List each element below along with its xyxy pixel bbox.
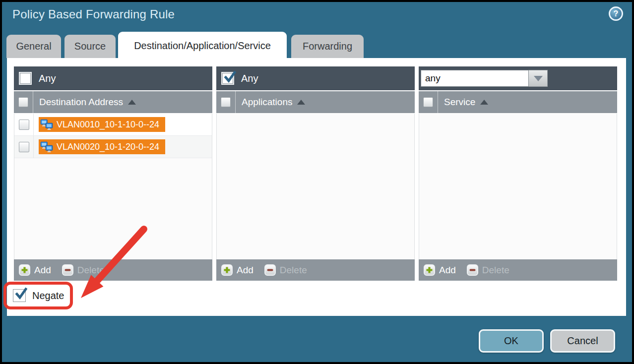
delete-label: Delete bbox=[482, 265, 509, 276]
row-checkbox[interactable] bbox=[19, 142, 29, 152]
service-list bbox=[419, 114, 617, 259]
applications-any-bar: Any bbox=[216, 66, 415, 90]
ok-button[interactable]: OK bbox=[479, 329, 544, 353]
tab-forwarding[interactable]: Forwarding bbox=[291, 35, 364, 58]
service-column-header[interactable]: Service bbox=[419, 91, 617, 113]
sort-asc-icon bbox=[297, 100, 305, 105]
cancel-label: Cancel bbox=[567, 335, 598, 347]
service-column: any Service Add bbox=[419, 66, 617, 281]
service-dropdown-button[interactable] bbox=[529, 70, 548, 87]
chevron-down-icon bbox=[534, 76, 543, 81]
tab-general[interactable]: General bbox=[6, 35, 61, 58]
select-all-cell bbox=[419, 91, 438, 113]
service-footer-bar: Add Delete bbox=[419, 259, 617, 281]
address-chip[interactable]: VLAN0010_10-1-10-0--24 bbox=[39, 117, 165, 132]
negate-checkbox[interactable] bbox=[13, 289, 26, 302]
add-button[interactable]: Add bbox=[19, 264, 51, 276]
applications-any-checkbox[interactable] bbox=[221, 72, 234, 85]
delete-label: Delete bbox=[77, 265, 105, 276]
tab-destination-application-service[interactable]: Destination/Application/Service bbox=[118, 32, 287, 60]
destination-list: VLAN0010_10-1-10-0--24 bbox=[14, 114, 212, 259]
row-checkbox[interactable] bbox=[19, 120, 29, 130]
delete-button[interactable]: Delete bbox=[467, 264, 509, 276]
plus-icon bbox=[424, 264, 435, 276]
minus-icon bbox=[62, 264, 73, 276]
service-dropdown[interactable]: any bbox=[421, 70, 548, 87]
destination-column: Any Destination Address bbox=[14, 66, 212, 281]
negate-highlight-annotation: Negate bbox=[3, 282, 73, 309]
address-label: VLAN0010_10-1-10-0--24 bbox=[57, 120, 159, 130]
address-label: VLAN0020_10-1-20-0--24 bbox=[57, 142, 159, 152]
network-address-icon bbox=[40, 119, 53, 130]
select-all-cell bbox=[14, 91, 33, 113]
service-dropdown-value[interactable]: any bbox=[421, 70, 529, 87]
service-select-all-checkbox[interactable] bbox=[423, 97, 433, 107]
applications-column: Any Applications Add bbox=[216, 66, 415, 281]
cancel-button[interactable]: Cancel bbox=[550, 329, 615, 353]
address-chip[interactable]: VLAN0020_10-1-20-0--24 bbox=[39, 139, 165, 154]
network-address-icon bbox=[40, 141, 53, 153]
applications-list bbox=[216, 114, 415, 259]
destination-any-checkbox[interactable] bbox=[19, 72, 32, 85]
delete-button[interactable]: Delete bbox=[62, 264, 105, 276]
row-checkbox-cell bbox=[14, 136, 34, 158]
applications-select-all-checkbox[interactable] bbox=[221, 97, 231, 107]
ok-label: OK bbox=[504, 335, 518, 347]
help-icon[interactable]: ? bbox=[609, 6, 623, 21]
destination-select-all-checkbox[interactable] bbox=[18, 97, 28, 107]
applications-header-label: Applications bbox=[242, 97, 292, 108]
sort-asc-icon bbox=[480, 100, 488, 105]
plus-icon bbox=[19, 264, 30, 276]
service-dropdown-bar: any bbox=[419, 66, 617, 90]
select-all-cell bbox=[216, 91, 236, 113]
tab-label: Forwarding bbox=[303, 41, 352, 52]
delete-button[interactable]: Delete bbox=[264, 264, 307, 276]
screenshot-frame: Policy Based Forwarding Rule ? General S… bbox=[0, 0, 634, 364]
applications-any-label: Any bbox=[241, 73, 258, 84]
applications-footer-bar: Add Delete bbox=[216, 259, 415, 281]
tab-label: Source bbox=[74, 41, 106, 52]
tab-label: Destination/Application/Service bbox=[134, 40, 271, 52]
destination-footer-bar: Add Delete bbox=[14, 259, 212, 281]
add-label: Add bbox=[34, 265, 51, 276]
minus-icon bbox=[264, 264, 276, 276]
applications-column-header[interactable]: Applications bbox=[216, 91, 415, 113]
add-button[interactable]: Add bbox=[424, 264, 456, 276]
tab-source[interactable]: Source bbox=[64, 35, 116, 58]
plus-icon bbox=[221, 264, 233, 276]
negate-label: Negate bbox=[32, 290, 64, 302]
destination-row[interactable]: VLAN0010_10-1-10-0--24 bbox=[14, 114, 212, 136]
minus-icon bbox=[467, 264, 478, 276]
sort-asc-icon bbox=[128, 100, 136, 105]
destination-column-header[interactable]: Destination Address bbox=[14, 91, 212, 113]
destination-any-label: Any bbox=[39, 73, 56, 84]
destination-header-label: Destination Address bbox=[39, 97, 123, 108]
row-checkbox-cell bbox=[14, 114, 34, 135]
add-button[interactable]: Add bbox=[221, 264, 254, 276]
add-label: Add bbox=[439, 265, 456, 276]
destination-any-bar: Any bbox=[14, 66, 212, 90]
add-label: Add bbox=[237, 265, 254, 276]
tab-label: General bbox=[16, 41, 51, 52]
destination-row[interactable]: VLAN0020_10-1-20-0--24 bbox=[14, 136, 212, 158]
content-panel: Any Destination Address bbox=[7, 58, 626, 316]
delete-label: Delete bbox=[280, 265, 307, 276]
service-header-label: Service bbox=[444, 97, 475, 108]
dialog-title: Policy Based Forwarding Rule bbox=[12, 7, 175, 21]
